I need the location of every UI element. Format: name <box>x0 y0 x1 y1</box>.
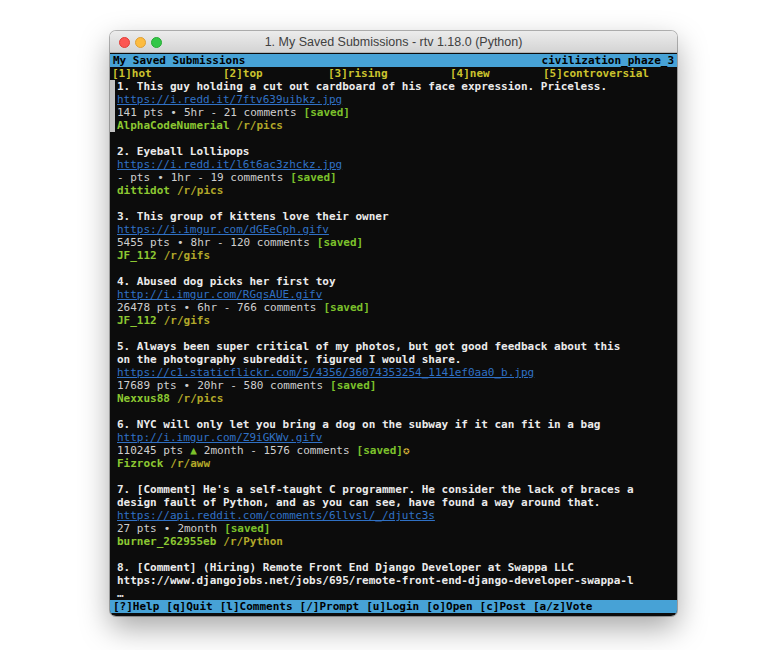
author[interactable]: JF_112 <box>117 249 157 262</box>
close-button[interactable] <box>119 37 130 48</box>
age-comments: 20hr - 580 comments <box>197 379 323 392</box>
submission-title: 5. Always been super critical of my phot… <box>110 340 677 353</box>
age-comments: 6hr - 766 comments <box>197 301 316 314</box>
gilded-icon: ✪ <box>403 444 410 457</box>
upvote-icon: ▲ <box>190 444 197 457</box>
page-title: My Saved Submissions <box>113 54 245 67</box>
submission-title: design fault of Python, and as you can s… <box>110 496 677 509</box>
submission-list: 1. This guy holding a cut out cardboard … <box>110 80 677 600</box>
subreddit[interactable]: /r/pics <box>177 392 223 405</box>
terminal-screen: My Saved Submissions civilization_phaze_… <box>110 53 677 616</box>
author[interactable]: Nexxus88 <box>117 392 170 405</box>
bullet-separator: • <box>184 301 191 314</box>
bullet-separator: • <box>170 106 177 119</box>
status-bar: My Saved Submissions civilization_phaze_… <box>110 54 677 67</box>
shortcut-open[interactable]: [o]Open <box>426 600 472 613</box>
logged-in-user: civilization_phaze_3 <box>542 54 674 67</box>
submission-7[interactable]: 7. [Comment] He's a self-taught C progra… <box>110 483 677 548</box>
subreddit[interactable]: /r/pics <box>237 119 283 132</box>
terminal-window: 1. My Saved Submissions - rtv 1.18.0 (Py… <box>110 31 677 616</box>
submission-2[interactable]: 2. Eyeball Lollipops https://i.redd.it/l… <box>110 145 677 197</box>
submission-3[interactable]: 3. This group of kittens love their owne… <box>110 210 677 262</box>
window-titlebar[interactable]: 1. My Saved Submissions - rtv 1.18.0 (Py… <box>110 31 677 53</box>
blank-line <box>110 197 677 210</box>
submission-byline: Fizrock/r/aww <box>110 457 677 470</box>
points: 27 pts <box>117 522 157 535</box>
submission-title: 3. This group of kittens love their owne… <box>110 210 677 223</box>
points: 110245 pts <box>117 444 183 457</box>
points: - pts <box>117 171 150 184</box>
submission-byline: dittidot/r/pics <box>110 184 677 197</box>
submission-stats: 110245 pts▲2month - 1576 comments[saved]… <box>110 444 677 457</box>
tab-top[interactable]: [2]top <box>223 67 263 80</box>
points: 26478 pts <box>117 301 177 314</box>
tab-bar: [1]hot [2]top [3]rising [4]new [5]contro… <box>110 67 677 80</box>
subreddit[interactable]: /r/gifs <box>164 249 210 262</box>
submission-8[interactable]: 8. [Comment] (Hiring) Remote Front End D… <box>110 561 677 600</box>
author[interactable]: JF_112 <box>117 314 157 327</box>
window-title: 1. My Saved Submissions - rtv 1.18.0 (Py… <box>265 35 523 49</box>
subreddit[interactable]: /r/gifs <box>164 314 210 327</box>
shortcut-help[interactable]: [?]Help <box>113 600 159 613</box>
saved-badge: [saved] <box>224 522 270 535</box>
author[interactable]: Fizrock <box>117 457 163 470</box>
submission-5[interactable]: 5. Always been super critical of my phot… <box>110 340 677 405</box>
saved-badge: [saved] <box>330 379 376 392</box>
submission-title: 8. [Comment] (Hiring) Remote Front End D… <box>110 561 677 574</box>
submission-byline: Nexxus88/r/pics <box>110 392 677 405</box>
submission-url: https://c1.staticflickr.com/5/4356/36074… <box>110 366 677 379</box>
submission-url: http://i.imgur.com/Z9iGKWv.gifv <box>110 431 677 444</box>
submission-title: 4. Abused dog picks her first toy <box>110 275 677 288</box>
author[interactable]: dittidot <box>117 184 170 197</box>
points: 17689 pts <box>117 379 177 392</box>
submission-1[interactable]: 1. This guy holding a cut out cardboard … <box>110 80 677 132</box>
submission-6[interactable]: 6. NYC will only let you bring a dog on … <box>110 418 677 470</box>
shortcut-vote[interactable]: [a/z]Vote <box>533 600 593 613</box>
submission-title: on the photography subreddit, figured I … <box>110 353 677 366</box>
truncation-ellipsis: … <box>110 587 677 600</box>
tab-controversial[interactable]: [5]controversial <box>543 67 649 80</box>
blank-line <box>110 470 677 483</box>
submission-byline: JF_112/r/gifs <box>110 314 677 327</box>
subreddit[interactable]: /r/aww <box>170 457 210 470</box>
blank-line <box>110 327 677 340</box>
submission-4[interactable]: 4. Abused dog picks her first toy http:/… <box>110 275 677 327</box>
shortcut-comments[interactable]: [l]Comments <box>220 600 293 613</box>
shortcut-bar: [?]Help[q]Quit[l]Comments[/]Prompt[u]Log… <box>110 600 677 613</box>
subreddit[interactable]: /r/pics <box>177 184 223 197</box>
traffic-lights <box>119 37 162 48</box>
points: 5455 pts <box>117 236 170 249</box>
bullet-separator: • <box>177 236 184 249</box>
selection-cursor <box>110 80 115 132</box>
blank-line <box>110 262 677 275</box>
tab-hot[interactable]: [1]hot <box>112 67 152 80</box>
tab-rising[interactable]: [3]rising <box>328 67 388 80</box>
shortcut-quit[interactable]: [q]Quit <box>166 600 212 613</box>
submission-title: 1. This guy holding a cut out cardboard … <box>110 80 677 93</box>
zoom-button[interactable] <box>151 37 162 48</box>
author[interactable]: AlphaCodeNumerial <box>117 119 230 132</box>
bullet-separator: • <box>157 171 164 184</box>
submission-stats: 5455 pts•8hr - 120 comments[saved] <box>110 236 677 249</box>
submission-url: https://i.redd.it/l6t6ac3zhckz.jpg <box>110 158 677 171</box>
submission-title: 6. NYC will only let you bring a dog on … <box>110 418 677 431</box>
saved-badge: [saved] <box>290 171 336 184</box>
submission-url: http://i.imgur.com/RGqsAUE.gifv <box>110 288 677 301</box>
submission-byline: burner_262955eb/r/Python <box>110 535 677 548</box>
blank-line <box>110 405 677 418</box>
minimize-button[interactable] <box>135 37 146 48</box>
shortcut-login[interactable]: [u]Login <box>366 600 419 613</box>
age-comments: 2month <box>177 522 217 535</box>
tab-new[interactable]: [4]new <box>450 67 490 80</box>
blank-line <box>110 132 677 145</box>
submission-title: 2. Eyeball Lollipops <box>110 145 677 158</box>
submission-byline: AlphaCodeNumerial/r/pics <box>110 119 677 132</box>
saved-badge: [saved] <box>323 301 369 314</box>
subreddit[interactable]: /r/Python <box>223 535 283 548</box>
shortcut-prompt[interactable]: [/]Prompt <box>300 600 360 613</box>
age-comments: 8hr - 120 comments <box>191 236 310 249</box>
bullet-separator: • <box>184 379 191 392</box>
shortcut-post[interactable]: [c]Post <box>480 600 526 613</box>
bullet-separator: • <box>164 522 171 535</box>
author[interactable]: burner_262955eb <box>117 535 216 548</box>
